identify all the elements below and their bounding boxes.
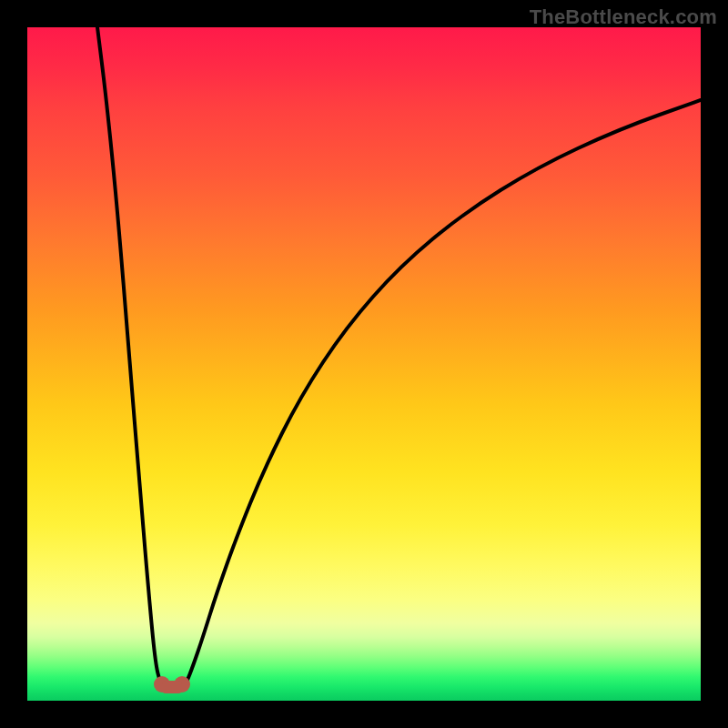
plot-area xyxy=(27,27,701,701)
curve-left-branch xyxy=(97,27,164,687)
bottleneck-curve xyxy=(97,27,701,687)
notch-markers xyxy=(154,676,190,693)
curve-layer xyxy=(27,27,701,701)
watermark-text: TheBottleneck.com xyxy=(530,5,717,29)
notch-bridge xyxy=(162,681,182,693)
curve-right-branch xyxy=(182,100,701,687)
chart-frame: TheBottleneck.com xyxy=(0,0,728,728)
